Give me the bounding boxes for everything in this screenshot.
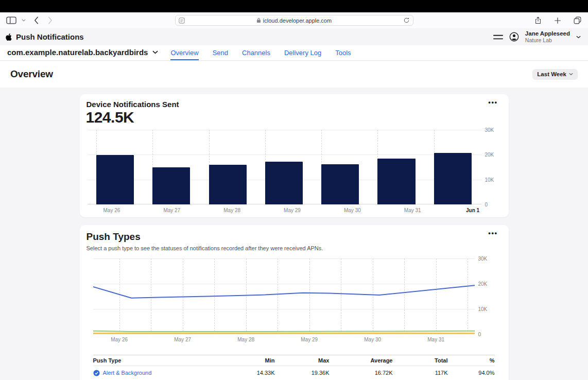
sidebar-toggle-icon[interactable] [6, 16, 16, 25]
device-notifications-card: ••• Device Notifications Sent 124.5K 010… [80, 94, 509, 217]
tab-tools[interactable]: Tools [335, 45, 351, 60]
cell-total: 117K [393, 370, 448, 376]
x-tick-label: May 27 [174, 337, 191, 342]
app-header: Push Notifications Jane Appleseed Nature… [0, 28, 588, 45]
card-menu-ellipsis-icon[interactable]: ••• [488, 229, 497, 237]
card-title: Push Types [80, 231, 509, 243]
app-nav: com.example.naturelab.backyardbirds Over… [0, 45, 588, 61]
bar-slot [256, 130, 312, 204]
page-title-row: Overview Last Week [0, 61, 588, 88]
x-tick-label: May 30 [322, 208, 383, 213]
total-sent-value: 124.5K [80, 109, 509, 126]
bar-chart-plot [88, 130, 481, 204]
tab-delivery-log[interactable]: Delivery Log [284, 45, 321, 60]
sidebar-chevron-down-icon[interactable] [22, 19, 26, 22]
forward-button[interactable] [48, 16, 53, 24]
col-average: Average [330, 357, 393, 364]
address-bar[interactable]: icloud.developer.apple.com [175, 15, 413, 26]
bar-slot [88, 130, 144, 204]
user-name: Jane Appleseed [525, 30, 570, 37]
cell-percent: 94.0% [448, 370, 495, 376]
bar-may-29[interactable] [265, 162, 303, 204]
line-chart-xlabels: May 26May 27May 28May 29May 30May 31 [93, 334, 475, 343]
x-tick-label: May 29 [301, 337, 318, 342]
top-black-bar [0, 0, 588, 12]
line-chart: 010K20K30K [80, 258, 509, 334]
col-percent: % [448, 357, 495, 364]
tab-overview[interactable]: Overview [170, 45, 198, 60]
y-tick-label: 20K [485, 152, 494, 158]
date-range-button[interactable]: Last Week [532, 69, 578, 80]
x-tick-label: May 26 [82, 208, 142, 213]
page-content: ••• Device Notifications Sent 124.5K 010… [0, 88, 588, 380]
bar-may-30[interactable] [321, 164, 359, 204]
line-series-series-green[interactable] [93, 331, 475, 332]
new-tab-plus-icon[interactable] [554, 17, 561, 24]
bar-may-31[interactable] [377, 159, 415, 204]
back-button[interactable] [34, 16, 39, 24]
col-min: Min [217, 357, 275, 364]
reload-icon[interactable] [403, 17, 410, 24]
col-push-type: Push Type [93, 357, 217, 364]
user-chevron-down-icon[interactable] [576, 36, 581, 39]
y-tick-label: 0 [478, 332, 481, 337]
date-range-label: Last Week [537, 71, 566, 77]
y-tick-label: 20K [478, 281, 488, 287]
cell-average: 16.72K [330, 370, 393, 376]
lock-icon [256, 18, 261, 23]
bar-chart: 010K20K30K [80, 130, 509, 204]
x-tick-label: May 26 [111, 337, 128, 342]
bar-chart-yaxis: 010K20K30K [481, 130, 509, 204]
card-menu-ellipsis-icon[interactable]: ••• [488, 98, 497, 106]
url-text: icloud.developer.apple.com [263, 18, 332, 24]
x-tick-label: May 28 [202, 208, 262, 213]
x-tick-label: Jun 1 [443, 208, 503, 213]
user-block[interactable]: Jane Appleseed Nature Lab [525, 30, 570, 43]
avatar[interactable] [509, 32, 519, 42]
push-type-link[interactable]: Alert & Background [103, 370, 152, 376]
push-types-table: Push Type Min Max Average Total % Alert … [93, 355, 495, 379]
line-chart-yaxis: 010K20K30K [475, 258, 509, 334]
page-title: Overview [10, 68, 53, 80]
bar-slot [144, 130, 200, 204]
x-tick-label: May 28 [237, 337, 254, 342]
x-tick-label: May 31 [383, 208, 443, 213]
nav-tabs: Overview Send Channels Delivery Log Tool… [170, 45, 351, 61]
bar-slot [369, 130, 425, 204]
menu-icon[interactable] [493, 34, 503, 40]
col-max: Max [275, 357, 330, 364]
bar-may-28[interactable] [209, 165, 247, 204]
y-tick-label: 30K [478, 256, 488, 262]
bar-jun-1[interactable] [434, 153, 472, 204]
bar-slot [313, 130, 369, 204]
user-org: Nature Lab [525, 37, 570, 43]
cell-max: 19.36K [275, 370, 330, 376]
tab-overview-icon[interactable] [573, 16, 582, 25]
table-row: Alert & Background 14.33K 19.36K 16.72K … [93, 366, 495, 379]
card-title: Device Notifications Sent [80, 100, 509, 109]
bar-may-26[interactable] [96, 155, 134, 204]
bar-chart-xlabels: May 26May 27May 28May 29May 30May 31Jun … [80, 208, 509, 213]
push-types-card: ••• Push Types Select a push type to see… [80, 225, 509, 380]
tab-send[interactable]: Send [213, 45, 228, 60]
range-chevron-down-icon [569, 73, 573, 76]
browser-toolbar: icloud.developer.apple.com [0, 12, 588, 28]
line-chart-svg [93, 258, 475, 334]
x-tick-label: May 27 [142, 208, 202, 213]
line-series-alert-and-background[interactable] [93, 285, 475, 298]
y-tick-label: 30K [485, 127, 494, 133]
y-tick-label: 10K [485, 177, 494, 182]
app-id-label: com.example.naturelab.backyardbirds [7, 48, 148, 57]
selected-check-icon[interactable] [93, 370, 100, 376]
tab-channels[interactable]: Channels [242, 45, 270, 60]
x-tick-label: May 30 [364, 337, 381, 342]
app-title: Push Notifications [16, 32, 84, 41]
bar-may-27[interactable] [152, 167, 190, 204]
page-settings-icon[interactable] [179, 18, 185, 24]
share-icon[interactable] [534, 15, 542, 25]
app-id-selector[interactable]: com.example.naturelab.backyardbirds [7, 45, 158, 57]
app-id-chevron-down-icon [152, 50, 158, 54]
card-subtitle: Select a push type to see the statuses o… [80, 245, 509, 251]
y-tick-label: 0 [485, 202, 488, 208]
table-header-row: Push Type Min Max Average Total % [93, 355, 495, 366]
